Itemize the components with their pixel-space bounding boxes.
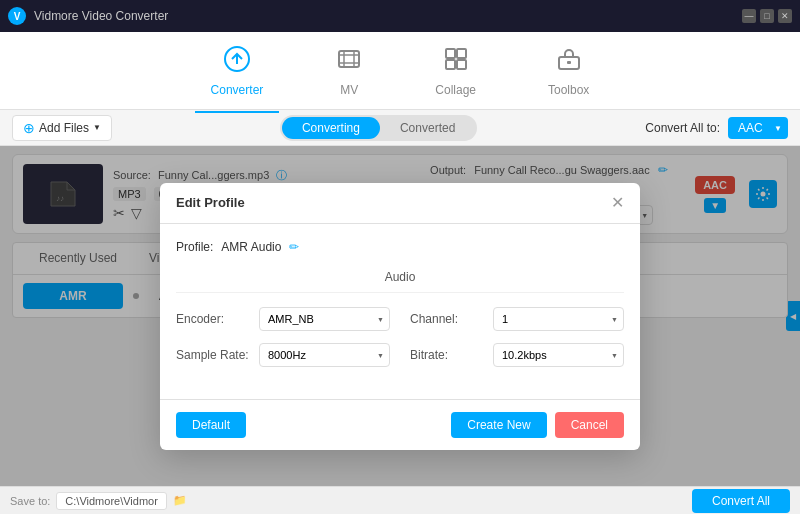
dialog-channel-select[interactable]: 1 2	[493, 307, 624, 331]
dialog-header: Edit Profile ✕	[160, 183, 640, 224]
mv-icon	[335, 45, 363, 79]
encoder-select-wrapper: AMR_NB AMR_WB	[259, 307, 390, 331]
convert-format-wrapper: AAC MP3 WAV	[728, 117, 788, 139]
convert-all-button[interactable]: Convert All	[692, 489, 790, 513]
tab-converted[interactable]: Converted	[380, 117, 475, 139]
converter-label: Converter	[211, 83, 264, 97]
dialog-overlay: Edit Profile ✕ Profile: AMR Audio ✏ Audi…	[0, 146, 800, 486]
audio-section-label: Audio	[176, 270, 624, 293]
toolbox-icon	[555, 45, 583, 79]
minimize-button[interactable]: —	[742, 9, 756, 23]
toolbox-label: Toolbox	[548, 83, 589, 97]
collage-label: Collage	[435, 83, 476, 97]
collage-icon	[442, 45, 470, 79]
dialog-close-button[interactable]: ✕	[611, 195, 624, 211]
svg-rect-7	[446, 49, 455, 58]
convert-all-label: Convert All to:	[645, 121, 720, 135]
encoder-label: Encoder:	[176, 312, 251, 326]
channel-field: Channel: 1 2	[410, 307, 624, 331]
title-bar-left: V Vidmore Video Converter	[8, 7, 168, 25]
app-title: Vidmore Video Converter	[34, 9, 168, 23]
default-button[interactable]: Default	[176, 412, 246, 438]
form-grid: Encoder: AMR_NB AMR_WB Channel: 1	[176, 307, 624, 367]
title-bar: V Vidmore Video Converter — □ ✕	[0, 0, 800, 32]
bitrate-select[interactable]: 10.2kbps 12.2kbps	[493, 343, 624, 367]
convert-all-section: Convert All to: AAC MP3 WAV	[645, 117, 788, 139]
convert-format-select[interactable]: AAC MP3 WAV	[728, 117, 788, 139]
encoder-field: Encoder: AMR_NB AMR_WB	[176, 307, 390, 331]
bitrate-label: Bitrate:	[410, 348, 485, 362]
sample-rate-select-wrapper: 8000Hz 16000Hz	[259, 343, 390, 367]
save-path-value[interactable]: C:\Vidmore\Vidmor	[56, 492, 167, 510]
bitrate-select-wrapper: 10.2kbps 12.2kbps	[493, 343, 624, 367]
title-controls: — □ ✕	[742, 9, 792, 23]
mv-label: MV	[340, 83, 358, 97]
cancel-button[interactable]: Cancel	[555, 412, 624, 438]
folder-icon[interactable]: 📁	[173, 494, 187, 507]
edit-profile-dialog: Edit Profile ✕ Profile: AMR Audio ✏ Audi…	[160, 183, 640, 450]
sample-rate-field: Sample Rate: 8000Hz 16000Hz	[176, 343, 390, 367]
encoder-select[interactable]: AMR_NB AMR_WB	[259, 307, 390, 331]
dialog-body: Profile: AMR Audio ✏ Audio Encoder: AMR_…	[160, 224, 640, 399]
channel-label: Channel:	[410, 312, 485, 326]
nav-bar: Converter MV Collage	[0, 32, 800, 110]
nav-item-mv[interactable]: MV	[319, 37, 379, 105]
profile-row: Profile: AMR Audio ✏	[176, 240, 624, 254]
svg-rect-10	[457, 60, 466, 69]
profile-label: Profile:	[176, 240, 213, 254]
svg-rect-12	[567, 61, 571, 64]
channel-select-wrapper: 1 2	[493, 307, 624, 331]
nav-item-toolbox[interactable]: Toolbox	[532, 37, 605, 105]
nav-item-collage[interactable]: Collage	[419, 37, 492, 105]
profile-edit-icon[interactable]: ✏	[289, 240, 299, 254]
toolbar: ⊕ Add Files ▼ Converting Converted Conve…	[0, 110, 800, 146]
plus-icon: ⊕	[23, 120, 35, 136]
maximize-button[interactable]: □	[760, 9, 774, 23]
status-bar: Save to: C:\Vidmore\Vidmor 📁 Convert All	[0, 486, 800, 514]
tab-group: Converting Converted	[280, 115, 477, 141]
save-to-label: Save to:	[10, 495, 50, 507]
svg-rect-8	[457, 49, 466, 58]
dialog-footer: Default Create New Cancel	[160, 399, 640, 450]
bitrate-field: Bitrate: 10.2kbps 12.2kbps	[410, 343, 624, 367]
svg-rect-9	[446, 60, 455, 69]
tab-converting[interactable]: Converting	[282, 117, 380, 139]
svg-rect-2	[339, 51, 359, 67]
main-area: ♪♪ Source: Funny Cal...ggers.mp3 ⓘ MP3 0…	[0, 146, 800, 486]
dropdown-arrow-icon: ▼	[93, 123, 101, 132]
sample-rate-label: Sample Rate:	[176, 348, 251, 362]
add-files-button[interactable]: ⊕ Add Files ▼	[12, 115, 112, 141]
dialog-title: Edit Profile	[176, 195, 245, 210]
sample-rate-select[interactable]: 8000Hz 16000Hz	[259, 343, 390, 367]
close-button[interactable]: ✕	[778, 9, 792, 23]
converter-icon	[223, 45, 251, 79]
profile-value: AMR Audio	[221, 240, 281, 254]
app-icon: V	[8, 7, 26, 25]
add-files-label: Add Files	[39, 121, 89, 135]
save-path: Save to: C:\Vidmore\Vidmor 📁	[10, 492, 187, 510]
create-new-button[interactable]: Create New	[451, 412, 546, 438]
nav-item-converter[interactable]: Converter	[195, 37, 280, 105]
